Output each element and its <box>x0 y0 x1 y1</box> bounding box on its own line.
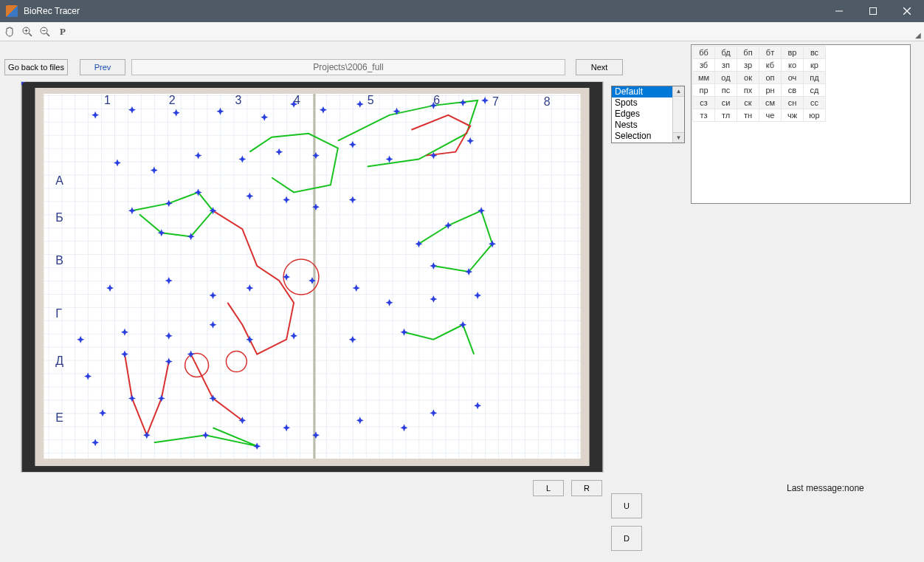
code-grid[interactable]: бббдбпбтврвсзбзпзркбкокрммодокопочпдпрпс… <box>691 44 911 204</box>
code-cell[interactable]: си <box>715 97 737 109</box>
code-cell[interactable]: чж <box>782 109 804 122</box>
code-cell[interactable]: тз <box>693 109 715 122</box>
last-message-caption: Last message: <box>787 483 844 493</box>
code-cell[interactable]: сз <box>693 97 715 109</box>
code-cell[interactable]: че <box>759 109 782 122</box>
code-cell[interactable]: ск <box>737 97 759 109</box>
pan-up-button[interactable]: U <box>611 493 642 518</box>
app-logo-icon <box>6 5 18 17</box>
next-button[interactable]: Next <box>576 59 623 75</box>
pan-right-button[interactable]: R <box>571 480 602 496</box>
svg-text:Е: Е <box>55 411 63 424</box>
code-cell[interactable]: пд <box>804 72 826 84</box>
toolstrip: P ◢ <box>0 22 924 41</box>
code-cell[interactable]: бб <box>693 47 715 59</box>
code-cell[interactable]: кб <box>759 59 782 72</box>
svg-line-5 <box>29 33 32 36</box>
close-button[interactable] <box>890 0 924 22</box>
zoom-out-icon[interactable] <box>38 25 52 38</box>
code-cell[interactable]: пс <box>715 84 737 97</box>
code-cell[interactable]: од <box>715 72 737 84</box>
last-message-label: Last message:none <box>787 483 864 493</box>
project-path-display: Projects\2006_full <box>131 59 565 75</box>
code-cell[interactable]: пр <box>693 84 715 97</box>
code-cell[interactable]: оп <box>759 72 782 84</box>
svg-rect-14 <box>44 94 580 459</box>
window-title: BioRec Tracer <box>24 6 822 16</box>
svg-text:3: 3 <box>235 94 241 106</box>
svg-text:8: 8 <box>544 95 551 108</box>
code-cell[interactable]: юр <box>804 109 826 122</box>
maximize-button[interactable] <box>856 0 890 22</box>
code-cell[interactable]: бт <box>759 47 782 59</box>
code-cell[interactable]: вр <box>782 47 804 59</box>
code-cell[interactable]: бп <box>737 47 759 59</box>
code-cell[interactable]: тн <box>737 109 759 122</box>
code-cell[interactable]: см <box>759 97 782 109</box>
image-canvas[interactable]: АБВ ГДЕ 123 456 78 <box>21 81 604 473</box>
code-cell[interactable]: сн <box>782 97 804 109</box>
svg-text:Г: Г <box>55 307 62 320</box>
code-cell[interactable]: зр <box>737 59 759 72</box>
scroll-up-icon[interactable]: ▲ <box>673 86 684 97</box>
svg-rect-1 <box>870 8 877 15</box>
svg-text:Д: Д <box>55 354 63 367</box>
code-cell[interactable]: бд <box>715 47 737 59</box>
code-cell[interactable]: кр <box>804 59 826 72</box>
code-cell[interactable]: ок <box>737 72 759 84</box>
code-cell[interactable]: рн <box>759 84 782 97</box>
code-cell[interactable]: сд <box>804 84 826 97</box>
code-table: бббдбпбтврвсзбзпзркбкокрммодокопочпдпрпс… <box>692 46 826 122</box>
code-cell[interactable]: мм <box>693 72 715 84</box>
flag-icon[interactable]: P <box>56 25 69 38</box>
go-back-button[interactable]: Go back to files <box>4 59 68 75</box>
pan-down-button[interactable]: D <box>611 526 642 551</box>
svg-line-9 <box>46 33 49 36</box>
svg-text:5: 5 <box>368 94 374 106</box>
code-cell[interactable]: пх <box>737 84 759 97</box>
code-cell[interactable]: зб <box>693 59 715 72</box>
zoom-in-icon[interactable] <box>21 25 34 38</box>
svg-text:7: 7 <box>492 95 499 108</box>
svg-text:2: 2 <box>169 94 176 106</box>
svg-text:6: 6 <box>433 94 440 106</box>
workarea: Go back to files Prev Projects\2006_full… <box>0 41 924 562</box>
code-cell[interactable]: св <box>782 84 804 97</box>
titlebar: BioRec Tracer <box>0 0 924 22</box>
toolstrip-expand-icon[interactable]: ◢ <box>915 31 921 39</box>
code-cell[interactable]: тл <box>715 109 737 122</box>
prev-button[interactable]: Prev <box>80 59 125 75</box>
svg-text:4: 4 <box>294 94 300 106</box>
listbox-scrollbar[interactable]: ▲ ▼ <box>672 86 684 143</box>
layer-listbox[interactable]: Default Spots Edges Nests Selection ▲ ▼ <box>611 86 685 143</box>
svg-text:А: А <box>55 174 63 187</box>
svg-text:В: В <box>55 254 63 267</box>
svg-text:1: 1 <box>104 94 111 106</box>
last-message-value: none <box>844 483 864 493</box>
code-cell[interactable]: оч <box>782 72 804 84</box>
minimize-button[interactable] <box>822 0 856 22</box>
scroll-down-icon[interactable]: ▼ <box>673 132 684 143</box>
hand-tool-icon[interactable] <box>3 25 16 38</box>
code-cell[interactable]: зп <box>715 59 737 72</box>
code-cell[interactable]: вс <box>804 47 826 59</box>
pan-left-button[interactable]: L <box>533 480 564 496</box>
code-cell[interactable]: сс <box>804 97 826 109</box>
code-cell[interactable]: ко <box>782 59 804 72</box>
svg-text:Б: Б <box>55 211 63 224</box>
